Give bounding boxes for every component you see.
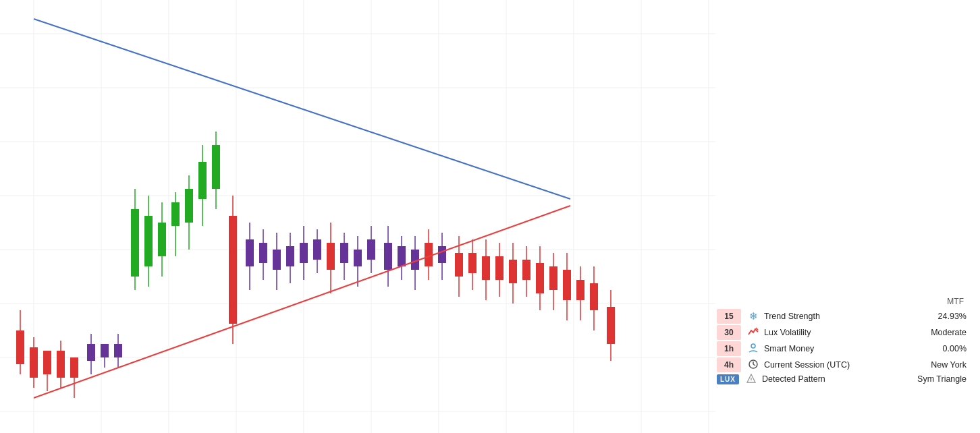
detected-pattern-row: LUX Detected Pattern Sym Triangle xyxy=(717,374,967,384)
timeframe-1h: 1h xyxy=(717,341,741,356)
lux-volatility-label: Lux Volatility xyxy=(764,328,925,337)
smart-money-label: Smart Money xyxy=(764,344,937,353)
mtf-label: MTF xyxy=(717,297,967,306)
current-session-label: Current Session (UTC) xyxy=(764,360,925,370)
legend-row-4h: 4h Current Session (UTC) New York xyxy=(717,357,967,372)
trend-strength-value: 24.93% xyxy=(938,312,967,321)
svg-point-1 xyxy=(751,344,755,348)
legend-panel: MTF 15 ❄ Trend Strength 24.93% 30 Lux Vo… xyxy=(717,297,967,384)
legend-row-1h: 1h Smart Money 0.00% xyxy=(717,341,967,356)
timeframe-30: 30 xyxy=(717,325,741,340)
smart-money-value: 0.00% xyxy=(943,344,967,353)
timeframe-4h: 4h xyxy=(717,357,741,372)
trend-strength-label: Trend Strength xyxy=(764,312,933,321)
lux-volatility-icon xyxy=(746,326,760,339)
legend-row-30: 30 Lux Volatility Moderate xyxy=(717,325,967,340)
lux-badge: LUX xyxy=(717,374,739,384)
timeframe-15: 15 xyxy=(717,309,741,324)
current-session-icon xyxy=(746,359,760,372)
current-session-value: New York xyxy=(931,360,967,370)
smart-money-icon xyxy=(746,343,760,355)
detected-pattern-value: Sym Triangle xyxy=(917,374,967,384)
detected-pattern-icon xyxy=(744,374,758,384)
svg-line-4 xyxy=(753,364,755,366)
lux-volatility-value: Moderate xyxy=(931,328,967,337)
trend-strength-icon: ❄ xyxy=(746,310,760,322)
detected-pattern-label: Detected Pattern xyxy=(762,374,917,384)
legend-row-15: 15 ❄ Trend Strength 24.93% xyxy=(717,309,967,324)
